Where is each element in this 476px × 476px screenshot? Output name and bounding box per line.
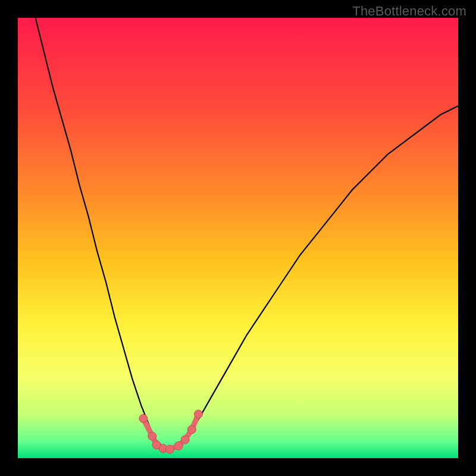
chart-svg: [18, 18, 458, 458]
marker-dot: [187, 425, 196, 434]
watermark-text: TheBottleneck.com: [352, 4, 466, 19]
gradient-rect: [18, 18, 458, 458]
marker-dot: [165, 445, 174, 453]
marker-dot: [194, 410, 202, 418]
marker-dot: [174, 441, 183, 450]
marker-dot: [148, 432, 156, 440]
marker-dot: [181, 436, 189, 444]
marker-dot: [139, 414, 148, 422]
chart-frame: TheBottleneck.com: [0, 0, 476, 476]
plot-area: [18, 18, 458, 458]
